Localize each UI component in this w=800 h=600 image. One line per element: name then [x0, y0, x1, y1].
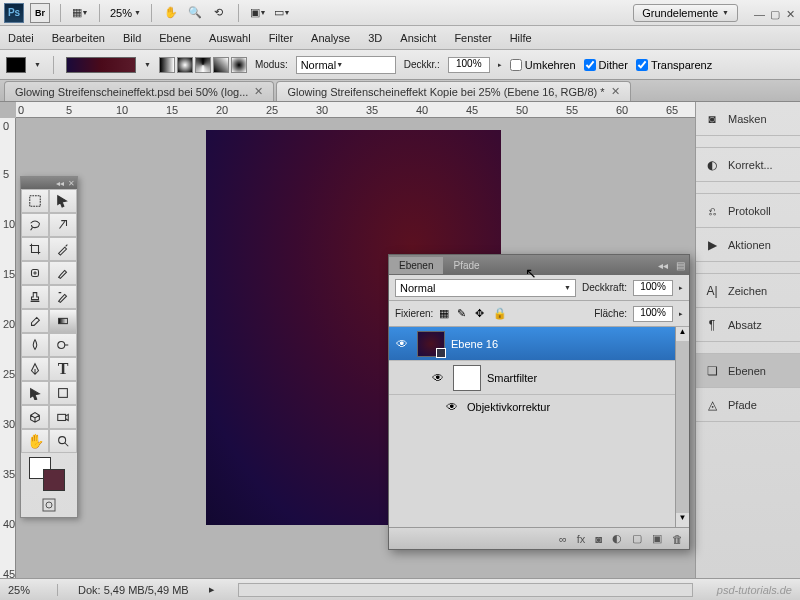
blend-mode-select[interactable]: Normal▼ [395, 279, 576, 297]
toolbox-header[interactable]: ◂◂✕ [21, 177, 77, 189]
panel-masken[interactable]: ◙Masken [696, 102, 800, 136]
panel-absatz[interactable]: ¶Absatz [696, 308, 800, 342]
menu-bild[interactable]: Bild [123, 32, 141, 44]
panel-aktionen[interactable]: ▶Aktionen [696, 228, 800, 262]
adjustment-layer-icon[interactable]: ◐ [612, 532, 622, 545]
layer-name[interactable]: Smartfilter [487, 372, 537, 384]
arrange-icon[interactable]: ▣▼ [249, 4, 267, 22]
marquee-tool-icon[interactable] [21, 189, 49, 213]
layers-scrollbar[interactable]: ▲ ▼ [675, 327, 689, 527]
doc-tab[interactable]: Glowing Streifenscheineffekt Kopie bei 2… [276, 81, 630, 101]
hand-tool-icon[interactable]: ✋ [162, 4, 180, 22]
menu-bearbeiten[interactable]: Bearbeiten [52, 32, 105, 44]
gradient-angle-icon[interactable] [195, 57, 211, 73]
visibility-icon[interactable]: 👁 [443, 400, 461, 414]
pen-tool-icon[interactable] [21, 357, 49, 381]
layer-row[interactable]: 👁 Ebene 16 ◉ [389, 327, 689, 361]
layer-mask-icon[interactable]: ◙ [595, 533, 602, 545]
delete-layer-icon[interactable]: 🗑 [672, 533, 683, 545]
panel-korrekturen[interactable]: ◐Korrekt... [696, 148, 800, 182]
filter-mask-thumb[interactable] [453, 365, 481, 391]
panel-collapse-icon[interactable]: ◂◂ [654, 260, 672, 271]
menu-auswahl[interactable]: Auswahl [209, 32, 251, 44]
gradient-reflected-icon[interactable] [213, 57, 229, 73]
history-brush-tool-icon[interactable] [49, 285, 77, 309]
menu-hilfe[interactable]: Hilfe [510, 32, 532, 44]
scroll-up-icon[interactable]: ▲ [676, 327, 689, 341]
filter-name[interactable]: Objektivkorrektur [467, 401, 550, 413]
modus-select[interactable]: Normal▼ [296, 56, 396, 74]
gradient-tool-icon[interactable] [49, 309, 77, 333]
quick-select-tool-icon[interactable] [49, 213, 77, 237]
menu-3d[interactable]: 3D [368, 32, 382, 44]
layer-thumb[interactable] [417, 331, 445, 357]
lock-all-icon[interactable]: 🔒 [493, 307, 507, 321]
flaeche-input[interactable]: 100% [633, 306, 673, 322]
brush-tool-icon[interactable] [49, 261, 77, 285]
lock-transparent-icon[interactable]: ▦ [439, 307, 453, 321]
menu-datei[interactable]: Datei [8, 32, 34, 44]
visibility-icon[interactable]: 👁 [393, 337, 411, 351]
menu-analyse[interactable]: Analyse [311, 32, 350, 44]
quickmask-icon[interactable] [21, 493, 77, 517]
doc-tab[interactable]: Glowing Streifenscheineffekt.psd bei 50%… [4, 81, 274, 101]
shape-tool-icon[interactable] [49, 381, 77, 405]
3d-camera-tool-icon[interactable] [49, 405, 77, 429]
dither-checkbox[interactable] [584, 59, 596, 71]
tool-swatch[interactable] [6, 57, 26, 73]
panel-ebenen[interactable]: ❏Ebenen [696, 354, 800, 388]
panel-zeichen[interactable]: A|Zeichen [696, 274, 800, 308]
lock-pixels-icon[interactable]: ✎ [457, 307, 471, 321]
minimize-icon[interactable]: — [754, 8, 764, 18]
panel-pfade[interactable]: ◬Pfade [696, 388, 800, 422]
3d-tool-icon[interactable] [21, 405, 49, 429]
menu-fenster[interactable]: Fenster [454, 32, 491, 44]
screen-mode-icon[interactable]: ▭▼ [273, 4, 291, 22]
close-icon[interactable]: ✕ [786, 8, 796, 18]
new-layer-icon[interactable]: ▣ [652, 532, 662, 545]
gradient-linear-icon[interactable] [159, 57, 175, 73]
menu-ansicht[interactable]: Ansicht [400, 32, 436, 44]
menu-ebene[interactable]: Ebene [159, 32, 191, 44]
stamp-tool-icon[interactable] [21, 285, 49, 309]
status-doc[interactable]: Dok: 5,49 MB/5,49 MB [78, 584, 189, 596]
crop-tool-icon[interactable] [21, 237, 49, 261]
gradient-diamond-icon[interactable] [231, 57, 247, 73]
gradient-radial-icon[interactable] [177, 57, 193, 73]
umkehren-checkbox[interactable] [510, 59, 522, 71]
zoom-tool-icon[interactable] [49, 429, 77, 453]
layout-icon[interactable]: ▦▼ [71, 4, 89, 22]
deckkraft-input[interactable]: 100% [633, 280, 673, 296]
visibility-icon[interactable]: 👁 [429, 371, 447, 385]
deckkr-input[interactable]: 100% [448, 57, 490, 73]
move-tool-icon[interactable] [49, 189, 77, 213]
bridge-logo-icon[interactable]: Br [30, 3, 50, 23]
dodge-tool-icon[interactable] [49, 333, 77, 357]
blur-tool-icon[interactable] [21, 333, 49, 357]
maximize-icon[interactable]: ▢ [770, 8, 780, 18]
status-zoom[interactable]: 25% [8, 584, 58, 596]
path-select-tool-icon[interactable] [21, 381, 49, 405]
transparenz-checkbox[interactable] [636, 59, 648, 71]
lasso-tool-icon[interactable] [21, 213, 49, 237]
layer-style-icon[interactable]: fx [577, 533, 586, 545]
type-tool-icon[interactable]: T [49, 357, 77, 381]
rotate-view-icon[interactable]: ⟲ [210, 4, 228, 22]
lock-position-icon[interactable]: ✥ [475, 307, 489, 321]
hand-tool-icon[interactable]: ✋ [21, 429, 49, 453]
panel-menu-icon[interactable]: ▤ [672, 260, 689, 271]
zoom-tool-icon[interactable]: 🔍 [186, 4, 204, 22]
eraser-tool-icon[interactable] [21, 309, 49, 333]
scroll-down-icon[interactable]: ▼ [676, 513, 689, 527]
status-menu-icon[interactable]: ▶ [209, 586, 214, 594]
layer-name[interactable]: Ebene 16 [451, 338, 498, 350]
tab-ebenen[interactable]: Ebenen [389, 257, 443, 274]
gradient-preview[interactable] [66, 57, 136, 73]
eyedropper-tool-icon[interactable] [49, 237, 77, 261]
background-swatch[interactable] [43, 469, 65, 491]
tab-close-icon[interactable]: ✕ [254, 85, 263, 98]
zoom-select[interactable]: 25% ▼ [110, 7, 141, 19]
filter-row[interactable]: 👁 Objektivkorrektur ⇄ [389, 395, 689, 419]
layer-row[interactable]: 👁 Smartfilter [389, 361, 689, 395]
group-icon[interactable]: ▢ [632, 532, 642, 545]
